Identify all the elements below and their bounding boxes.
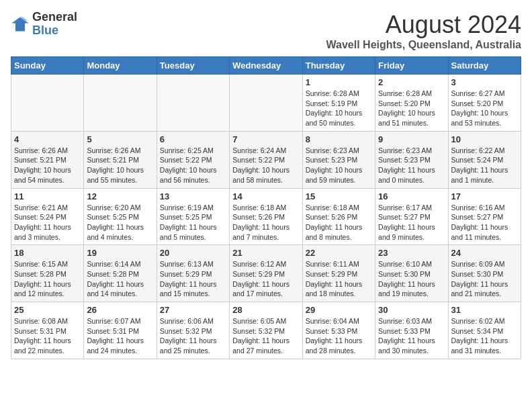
day-number: 31 bbox=[451, 305, 518, 315]
day-info: Sunrise: 6:21 AMSunset: 5:24 PMDaylight:… bbox=[14, 203, 81, 242]
calendar-cell: 7Sunrise: 6:24 AMSunset: 5:22 PMDaylight… bbox=[230, 131, 302, 188]
day-number: 10 bbox=[451, 134, 518, 144]
calendar-cell bbox=[157, 75, 229, 132]
day-info: Sunrise: 6:28 AMSunset: 5:19 PMDaylight:… bbox=[306, 89, 372, 128]
calendar-cell: 8Sunrise: 6:23 AMSunset: 5:23 PMDaylight… bbox=[302, 131, 375, 188]
page-header: General Blue August 2024 Wavell Heights,… bbox=[11, 11, 521, 51]
calendar-cell: 13Sunrise: 6:19 AMSunset: 5:25 PMDayligh… bbox=[157, 188, 229, 245]
calendar-cell: 14Sunrise: 6:18 AMSunset: 5:26 PMDayligh… bbox=[230, 188, 302, 245]
col-header-tuesday: Tuesday bbox=[157, 57, 229, 75]
day-number: 27 bbox=[160, 305, 226, 315]
day-number: 4 bbox=[14, 134, 81, 144]
day-number: 1 bbox=[306, 77, 372, 87]
day-number: 30 bbox=[378, 305, 445, 315]
calendar-cell bbox=[84, 75, 157, 132]
day-number: 8 bbox=[306, 134, 372, 144]
calendar-header-row: SundayMondayTuesdayWednesdayThursdayFrid… bbox=[11, 57, 521, 75]
day-info: Sunrise: 6:23 AMSunset: 5:23 PMDaylight:… bbox=[306, 146, 372, 185]
calendar-cell: 10Sunrise: 6:22 AMSunset: 5:24 PMDayligh… bbox=[448, 131, 521, 188]
day-number: 9 bbox=[378, 134, 445, 144]
day-info: Sunrise: 6:12 AMSunset: 5:29 PMDaylight:… bbox=[232, 259, 299, 299]
calendar-cell: 21Sunrise: 6:12 AMSunset: 5:29 PMDayligh… bbox=[230, 245, 302, 302]
calendar-cell: 4Sunrise: 6:26 AMSunset: 5:21 PMDaylight… bbox=[11, 131, 84, 188]
logo: General Blue bbox=[11, 11, 77, 38]
logo-icon bbox=[11, 15, 30, 34]
day-info: Sunrise: 6:26 AMSunset: 5:21 PMDaylight:… bbox=[14, 146, 81, 185]
svg-marker-0 bbox=[11, 17, 28, 31]
calendar-cell: 31Sunrise: 6:02 AMSunset: 5:34 PMDayligh… bbox=[448, 302, 521, 359]
day-info: Sunrise: 6:06 AMSunset: 5:32 PMDaylight:… bbox=[160, 316, 226, 356]
calendar-cell bbox=[230, 75, 302, 132]
calendar-cell: 25Sunrise: 6:08 AMSunset: 5:31 PMDayligh… bbox=[11, 302, 84, 359]
day-info: Sunrise: 6:16 AMSunset: 5:27 PMDaylight:… bbox=[451, 203, 518, 242]
day-info: Sunrise: 6:23 AMSunset: 5:23 PMDaylight:… bbox=[378, 146, 445, 185]
day-number: 6 bbox=[160, 134, 226, 144]
calendar-table: SundayMondayTuesdayWednesdayThursdayFrid… bbox=[11, 56, 521, 359]
day-info: Sunrise: 6:05 AMSunset: 5:32 PMDaylight:… bbox=[232, 316, 299, 356]
day-number: 17 bbox=[451, 191, 518, 201]
calendar-cell: 16Sunrise: 6:17 AMSunset: 5:27 PMDayligh… bbox=[375, 188, 448, 245]
day-info: Sunrise: 6:20 AMSunset: 5:25 PMDaylight:… bbox=[87, 203, 153, 242]
logo-line2: Blue bbox=[32, 24, 77, 38]
calendar-cell: 20Sunrise: 6:13 AMSunset: 5:29 PMDayligh… bbox=[157, 245, 229, 302]
calendar-cell: 19Sunrise: 6:14 AMSunset: 5:28 PMDayligh… bbox=[84, 245, 157, 302]
col-header-saturday: Saturday bbox=[448, 57, 521, 75]
day-number: 28 bbox=[232, 305, 299, 315]
day-number: 25 bbox=[14, 305, 81, 315]
calendar-cell: 12Sunrise: 6:20 AMSunset: 5:25 PMDayligh… bbox=[84, 188, 157, 245]
day-number: 20 bbox=[160, 248, 226, 258]
day-number: 23 bbox=[378, 248, 445, 258]
calendar-cell: 11Sunrise: 6:21 AMSunset: 5:24 PMDayligh… bbox=[11, 188, 84, 245]
calendar-week-row: 11Sunrise: 6:21 AMSunset: 5:24 PMDayligh… bbox=[11, 188, 521, 245]
day-number: 22 bbox=[306, 248, 372, 258]
day-info: Sunrise: 6:14 AMSunset: 5:28 PMDaylight:… bbox=[87, 259, 153, 299]
day-info: Sunrise: 6:24 AMSunset: 5:22 PMDaylight:… bbox=[232, 146, 299, 185]
day-info: Sunrise: 6:18 AMSunset: 5:26 PMDaylight:… bbox=[232, 203, 299, 242]
calendar-cell: 30Sunrise: 6:03 AMSunset: 5:33 PMDayligh… bbox=[375, 302, 448, 359]
day-number: 13 bbox=[160, 191, 226, 201]
day-info: Sunrise: 6:18 AMSunset: 5:26 PMDaylight:… bbox=[306, 203, 372, 242]
calendar-cell: 28Sunrise: 6:05 AMSunset: 5:32 PMDayligh… bbox=[230, 302, 302, 359]
day-info: Sunrise: 6:19 AMSunset: 5:25 PMDaylight:… bbox=[160, 203, 226, 242]
calendar-cell: 2Sunrise: 6:28 AMSunset: 5:20 PMDaylight… bbox=[375, 75, 448, 132]
day-info: Sunrise: 6:17 AMSunset: 5:27 PMDaylight:… bbox=[378, 203, 445, 242]
day-number: 29 bbox=[306, 305, 372, 315]
day-info: Sunrise: 6:27 AMSunset: 5:20 PMDaylight:… bbox=[451, 89, 518, 128]
day-number: 11 bbox=[14, 191, 81, 201]
day-info: Sunrise: 6:09 AMSunset: 5:30 PMDaylight:… bbox=[451, 259, 518, 299]
calendar-cell: 6Sunrise: 6:25 AMSunset: 5:22 PMDaylight… bbox=[157, 131, 229, 188]
day-info: Sunrise: 6:10 AMSunset: 5:30 PMDaylight:… bbox=[378, 259, 445, 299]
day-info: Sunrise: 6:04 AMSunset: 5:33 PMDaylight:… bbox=[306, 316, 372, 356]
logo-line1: General bbox=[32, 11, 77, 24]
calendar-cell: 26Sunrise: 6:07 AMSunset: 5:31 PMDayligh… bbox=[84, 302, 157, 359]
day-number: 16 bbox=[378, 191, 445, 201]
calendar-cell: 22Sunrise: 6:11 AMSunset: 5:29 PMDayligh… bbox=[302, 245, 375, 302]
title-section: August 2024 Wavell Heights, Queensland, … bbox=[326, 11, 521, 51]
calendar-week-row: 18Sunrise: 6:15 AMSunset: 5:28 PMDayligh… bbox=[11, 245, 521, 302]
calendar-cell: 15Sunrise: 6:18 AMSunset: 5:26 PMDayligh… bbox=[302, 188, 375, 245]
day-info: Sunrise: 6:22 AMSunset: 5:24 PMDaylight:… bbox=[451, 146, 518, 185]
day-number: 18 bbox=[14, 248, 81, 258]
calendar-cell bbox=[11, 75, 84, 132]
day-number: 24 bbox=[451, 248, 518, 258]
calendar-cell: 23Sunrise: 6:10 AMSunset: 5:30 PMDayligh… bbox=[375, 245, 448, 302]
day-info: Sunrise: 6:08 AMSunset: 5:31 PMDaylight:… bbox=[14, 316, 81, 356]
day-info: Sunrise: 6:07 AMSunset: 5:31 PMDaylight:… bbox=[87, 316, 153, 356]
day-number: 14 bbox=[232, 191, 299, 201]
day-info: Sunrise: 6:26 AMSunset: 5:21 PMDaylight:… bbox=[87, 146, 153, 185]
day-number: 26 bbox=[87, 305, 153, 315]
calendar-week-row: 25Sunrise: 6:08 AMSunset: 5:31 PMDayligh… bbox=[11, 302, 521, 359]
calendar-cell: 5Sunrise: 6:26 AMSunset: 5:21 PMDaylight… bbox=[84, 131, 157, 188]
day-number: 5 bbox=[87, 134, 153, 144]
day-info: Sunrise: 6:13 AMSunset: 5:29 PMDaylight:… bbox=[160, 259, 226, 299]
col-header-sunday: Sunday bbox=[11, 57, 84, 75]
day-number: 3 bbox=[451, 77, 518, 87]
day-number: 15 bbox=[306, 191, 372, 201]
col-header-monday: Monday bbox=[84, 57, 157, 75]
day-info: Sunrise: 6:28 AMSunset: 5:20 PMDaylight:… bbox=[378, 89, 445, 128]
calendar-week-row: 4Sunrise: 6:26 AMSunset: 5:21 PMDaylight… bbox=[11, 131, 521, 188]
col-header-friday: Friday bbox=[375, 57, 448, 75]
month-title: August 2024 bbox=[326, 11, 521, 39]
day-info: Sunrise: 6:11 AMSunset: 5:29 PMDaylight:… bbox=[306, 259, 372, 299]
day-number: 12 bbox=[87, 191, 153, 201]
